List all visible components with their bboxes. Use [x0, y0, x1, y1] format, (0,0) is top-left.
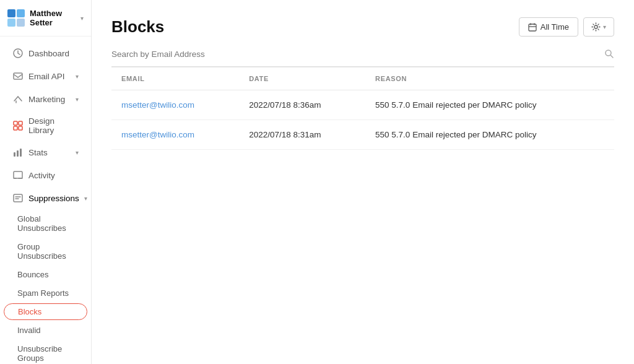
sidebar-item-email-api[interactable]: Email API ▾	[4, 65, 87, 87]
svg-rect-14	[14, 194, 22, 202]
app-logo	[7, 9, 25, 27]
settings-button[interactable]: ▾	[583, 17, 614, 37]
nav-subitem-label: Group Unsubscribes	[17, 242, 79, 261]
search-icon	[604, 49, 614, 59]
page-header: Blocks All Time ▾	[111, 17, 614, 37]
search-bar	[111, 49, 614, 67]
activity-icon	[12, 170, 24, 181]
sidebar-item-group-unsubscribes[interactable]: Group Unsubscribes	[4, 238, 87, 265]
page-title: Blocks	[111, 17, 164, 37]
nav-subitem-label: Blocks	[18, 307, 41, 316]
gear-icon	[591, 22, 601, 32]
nav-subitem-label: Unsubscribe Groups	[17, 344, 79, 363]
table-cell-email[interactable]: msetter@twilio.com	[111, 120, 239, 150]
sidebar-item-label: Email API	[28, 72, 65, 81]
sidebar-item-suppressions[interactable]: Suppressions ▾	[4, 187, 87, 209]
marketing-icon	[12, 93, 24, 105]
sidebar-item-stats[interactable]: Stats ▾	[4, 141, 87, 163]
sidebar-header[interactable]: Matthew Setter ▾	[0, 0, 91, 37]
suppressions-icon	[12, 193, 24, 204]
header-actions: All Time ▾	[519, 17, 614, 37]
sidebar-item-label: Marketing	[28, 95, 65, 104]
col-reason: REASON	[365, 67, 614, 90]
sidebar-item-design-library[interactable]: Design Library	[4, 111, 87, 141]
nav-subitem-label: Spam Reports	[17, 288, 69, 298]
table-cell-date: 2022/07/18 8:31am	[239, 120, 365, 150]
svg-rect-9	[19, 126, 22, 130]
blocks-table: EMAIL DATE REASON msetter@twilio.com2022…	[111, 67, 614, 150]
chevron-right-icon: ▾	[84, 195, 87, 202]
sidebar-item-label: Suppressions	[28, 194, 79, 203]
sidebar-navigation: Dashboard Email API ▾ Marketing ▾ Design…	[0, 37, 91, 364]
sidebar-item-label: Design Library	[28, 116, 79, 135]
sidebar: Matthew Setter ▾ Dashboard Email API ▾ M…	[0, 0, 92, 364]
svg-rect-8	[14, 126, 17, 130]
col-email: EMAIL	[111, 67, 239, 90]
svg-rect-0	[7, 9, 15, 17]
svg-point-16	[594, 25, 597, 28]
svg-rect-3	[17, 19, 25, 27]
email-api-icon	[12, 71, 24, 82]
main-content: Blocks All Time ▾ EMAIL DATE REASON	[92, 0, 634, 364]
svg-rect-7	[19, 121, 22, 125]
table-row: msetter@twilio.com2022/07/18 8:31am550 5…	[111, 120, 614, 150]
table-row: msetter@twilio.com2022/07/18 8:36am550 5…	[111, 90, 614, 120]
svg-rect-12	[20, 149, 22, 157]
chevron-right-icon: ▾	[76, 149, 79, 156]
table-cell-email[interactable]: msetter@twilio.com	[111, 90, 239, 120]
stats-icon	[12, 147, 24, 158]
sidebar-item-label: Dashboard	[28, 49, 69, 58]
all-time-button[interactable]: All Time	[519, 17, 578, 37]
sidebar-item-activity[interactable]: Activity	[4, 164, 87, 186]
svg-rect-2	[7, 19, 15, 27]
design-library-icon	[12, 120, 24, 131]
nav-subitem-label: Invalid	[17, 326, 41, 335]
svg-rect-15	[529, 24, 536, 31]
chevron-right-icon: ▾	[76, 73, 79, 80]
sidebar-item-spam-reports[interactable]: Spam Reports	[4, 284, 87, 302]
nav-subitem-label: Global Unsubscribes	[17, 214, 79, 233]
table-cell-date: 2022/07/18 8:36am	[239, 90, 365, 120]
sidebar-item-invalid[interactable]: Invalid	[4, 321, 87, 339]
svg-rect-11	[17, 150, 19, 157]
sidebar-item-blocks[interactable]: Blocks	[4, 303, 87, 320]
col-date: DATE	[239, 67, 365, 90]
sidebar-item-global-unsubscribes[interactable]: Global Unsubscribes	[4, 210, 87, 237]
chevron-right-icon: ▾	[76, 96, 79, 103]
calendar-icon	[528, 23, 537, 32]
svg-rect-5	[14, 73, 22, 79]
chevron-down-icon: ▾	[80, 15, 84, 22]
svg-rect-10	[14, 152, 15, 157]
sidebar-item-unsubscribe-groups[interactable]: Unsubscribe Groups	[4, 340, 87, 364]
sidebar-item-marketing[interactable]: Marketing ▾	[4, 88, 87, 110]
sidebar-item-bounces[interactable]: Bounces	[4, 266, 87, 284]
svg-point-17	[606, 50, 611, 56]
search-input[interactable]	[111, 50, 599, 59]
sidebar-item-label: Stats	[28, 148, 48, 157]
chevron-down-icon: ▾	[603, 24, 606, 30]
svg-rect-1	[17, 9, 25, 17]
table-cell-reason: 550 5.7.0 Email rejected per DMARC polic…	[365, 120, 614, 150]
username-label: Matthew Setter	[30, 9, 76, 27]
time-button-label: All Time	[541, 22, 569, 32]
svg-rect-13	[14, 171, 22, 178]
sidebar-item-label: Activity	[28, 171, 55, 180]
sidebar-item-dashboard[interactable]: Dashboard	[4, 42, 87, 64]
nav-subitem-label: Bounces	[17, 270, 49, 279]
svg-rect-6	[14, 121, 17, 125]
table-cell-reason: 550 5.7.0 Email rejected per DMARC polic…	[365, 90, 614, 120]
dashboard-icon	[12, 48, 24, 59]
table-header-row: EMAIL DATE REASON	[111, 67, 614, 90]
